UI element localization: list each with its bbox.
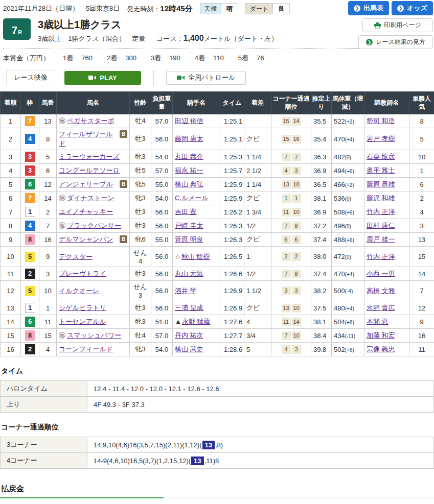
trainer-name-link[interactable]: 加藤 和宏 xyxy=(367,331,395,339)
jockey-name-link[interactable]: 田辺 裕信 xyxy=(175,117,203,125)
trainer-cell: 藤原 辰雄 xyxy=(364,178,409,191)
corner-position-box: 13 xyxy=(282,304,291,313)
finish-position: 12 xyxy=(1,281,21,301)
horse-name-link[interactable]: ユイノチャッキー xyxy=(59,208,113,215)
carried-weight: 54.0 xyxy=(151,343,173,356)
horse-name-link[interactable]: ペガサスターボ xyxy=(67,117,115,125)
play-button[interactable]: PLAY xyxy=(64,71,141,85)
jockey-name-link[interactable]: 藤岡 康太 xyxy=(175,135,203,142)
finish-time: 1:25.7 xyxy=(220,164,244,178)
body-weight: 472(0) xyxy=(332,247,364,267)
jockey-name-link[interactable]: 丸山 元気 xyxy=(175,270,203,277)
horse-name-link[interactable]: ブレーヴトライ xyxy=(59,270,106,277)
body-weight-diff: (+6) xyxy=(345,210,354,215)
corner-positions: 1310 xyxy=(271,178,311,191)
horse-name-link[interactable]: デルマシャンパン xyxy=(59,235,113,243)
odds-button[interactable]: ❯ オッズ xyxy=(392,1,433,15)
result-row: 248Bフィールザワールド牡356.0藤岡 康太1:25.1クビ151635.4… xyxy=(1,128,434,150)
trainer-name-link[interactable]: 勢司 和浩 xyxy=(367,117,395,125)
horse-name-cell: 地ペガサスターボ xyxy=(57,114,130,128)
results-guide-button[interactable]: ❯ レース結果の見方 xyxy=(358,35,433,49)
margin: 2 1/2 xyxy=(244,164,271,178)
race-title-block: 3歳以上1勝クラス 3歳以上 1勝クラス（混合） 定量 コース：1,400メート… xyxy=(38,18,278,43)
trainer-name-link[interactable]: 宗像 義忠 xyxy=(367,345,395,353)
result-row: 1059デクスターせん456.0☆秋山 稔樹1:26.512238.0472(0… xyxy=(1,247,434,267)
horse-name-link[interactable]: イルクオーレ xyxy=(59,287,100,295)
entries-button[interactable]: ❯ 出馬表 xyxy=(348,1,389,15)
jockey-name-link[interactable]: 横山 武史 xyxy=(175,345,203,353)
estimated-last-3f: 38.4 xyxy=(311,329,332,343)
trainer-name-link[interactable]: 水野 貴広 xyxy=(367,304,395,311)
jockey-name-link[interactable]: C.ルメール xyxy=(175,194,209,202)
trainer-name-link[interactable]: 石栗 龍彦 xyxy=(367,153,395,160)
jockey-cell: 酒井 学 xyxy=(173,281,220,301)
trainer-name-link[interactable]: 本間 忍 xyxy=(367,318,389,325)
trainer-name-link[interactable]: 藤沢 和雄 xyxy=(367,194,395,202)
finish-time: 1:28.6 xyxy=(220,343,244,356)
horse-name-link[interactable]: ブラックパンサー xyxy=(67,222,121,229)
jockey-name-link[interactable]: 福永 祐一 xyxy=(175,166,203,174)
horse-name-link[interactable]: フィールザワールド xyxy=(59,130,113,147)
finish-position: 15 xyxy=(1,329,21,343)
jockey-name-link[interactable]: 横山 典弘 xyxy=(175,180,203,188)
trainer-name-link[interactable]: 奥平 雅士 xyxy=(367,166,395,174)
horse-name-link[interactable]: ミラーウォーカーズ xyxy=(59,153,120,160)
jockey-name-link[interactable]: 秋山 稔樹 xyxy=(181,253,210,260)
finish-position: 2 xyxy=(1,128,21,150)
horse-name-cell: 地ダイナストーン xyxy=(57,191,130,205)
jockey-name-link[interactable]: 吉田 豊 xyxy=(175,208,197,215)
carried-weight: 57.0 xyxy=(151,114,173,128)
prize-item: 4着110 xyxy=(195,54,224,63)
jockey-name-link[interactable]: 菅原 明良 xyxy=(175,235,203,243)
finish-position: 11 xyxy=(1,267,21,281)
trainer-cell: 勢司 和浩 xyxy=(364,114,409,128)
race-video-label: レース映像 xyxy=(6,70,55,85)
horse-name-link[interactable]: アンジェリーブル xyxy=(59,180,113,188)
corner-positions: 1114 xyxy=(271,315,311,329)
estimated-last-3f: 38.0 xyxy=(311,247,332,267)
trainer-name-link[interactable]: 小西 一男 xyxy=(367,270,395,277)
horse-name-link[interactable]: コーンフィールド xyxy=(59,345,113,353)
print-page-label: 印刷用ページ xyxy=(384,21,421,30)
horse-name-link[interactable]: シゲルヒラトリ xyxy=(59,304,106,311)
track-label: ダート xyxy=(246,4,273,14)
jockey-cell: 三浦 皇成 xyxy=(173,301,220,315)
jockey-name-link[interactable]: 永野 猛蔵 xyxy=(182,318,211,325)
finish-time: 1:26.2 xyxy=(220,205,244,219)
trainer-name-link[interactable]: 高橋 文雅 xyxy=(367,287,395,295)
finish-position: 3 xyxy=(1,150,21,164)
prize-item: 1着760 xyxy=(63,54,93,63)
horse-name-link[interactable]: コングールテソーロ xyxy=(59,166,120,174)
horse-name-link[interactable]: ダイナストーン xyxy=(67,194,115,202)
corner4-row: 4コーナー 14-9(4,6,10)16,5(3,7)(1,2,15,12)(1… xyxy=(1,453,434,469)
estimated-last-3f: 36.5 xyxy=(311,178,332,191)
jockey-name-link[interactable]: 戸崎 圭太 xyxy=(175,222,203,229)
corner-position-box: 3 xyxy=(282,286,291,295)
horse-name-link[interactable]: デクスター xyxy=(59,253,93,260)
frame-number-badge: 2 xyxy=(25,269,35,279)
frame-number-badge: 7 xyxy=(25,116,35,126)
trainer-name-link[interactable]: 鹿戸 雄一 xyxy=(367,235,395,243)
trainer-name-link[interactable]: 藤原 辰雄 xyxy=(367,180,395,188)
print-page-button[interactable]: 印刷用ページ xyxy=(362,18,433,32)
win-favorite-rank: 2 xyxy=(409,191,434,205)
trainer-name-link[interactable]: 竹内 正洋 xyxy=(367,208,395,215)
jockey-name-link[interactable]: 三浦 皇成 xyxy=(175,304,203,311)
horse-name-cell: コングールテソーロ xyxy=(57,164,130,178)
margin xyxy=(244,114,271,128)
trainer-name-link[interactable]: 岩戸 孝樹 xyxy=(367,135,395,142)
trainer-name-link[interactable]: 田村 康仁 xyxy=(367,222,395,229)
corner3-row: 3コーナー 14,9,10(4,6)16(3,5,7,15)(2,11)(1,1… xyxy=(1,437,434,453)
trainer-cell: 藤沢 和雄 xyxy=(364,191,409,205)
jockey-name-link[interactable]: 丹内 祐次 xyxy=(175,331,203,339)
finish-position: 9 xyxy=(1,233,21,247)
jockey-name-link[interactable]: 丸田 恭介 xyxy=(175,153,203,160)
corner-position-box: 3 xyxy=(292,345,301,354)
horse-name-link[interactable]: トーセンアルル xyxy=(59,318,106,325)
jockey-name-link[interactable]: 酒井 学 xyxy=(175,287,197,295)
patrol-video-button[interactable]: 全周パトロール xyxy=(166,71,246,85)
horse-name-link[interactable]: スマッシュパワー xyxy=(67,331,121,339)
trainer-name-link[interactable]: 竹内 正洋 xyxy=(367,253,395,260)
carried-weight: 54.0 xyxy=(151,150,173,164)
horse-name-cell: ブレーヴトライ xyxy=(57,267,130,281)
